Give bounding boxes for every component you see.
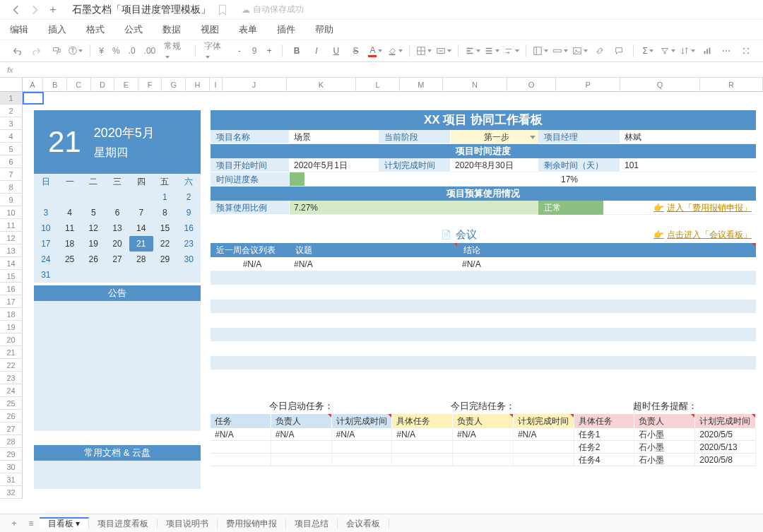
task-row[interactable]: 任务4石小墨2020/5/8 (211, 454, 756, 466)
valign-button[interactable] (484, 42, 501, 59)
col-N[interactable]: N (443, 78, 507, 91)
calendar-day[interactable] (34, 189, 58, 205)
col-Q[interactable]: Q (620, 78, 700, 91)
task-cell[interactable] (332, 454, 393, 466)
task-cell[interactable]: 2020/5/8 (695, 454, 756, 466)
strike-button[interactable]: S (348, 42, 365, 59)
calendar-day[interactable]: 19 (81, 236, 105, 252)
borders-button[interactable] (415, 42, 432, 59)
calendar-day[interactable]: 14 (129, 220, 153, 236)
merge-button[interactable] (435, 42, 452, 59)
font-dropdown[interactable]: 字体 (201, 40, 230, 62)
task-row[interactable]: 任务2石小墨2020/5/13 (211, 441, 756, 454)
number-format-dropdown[interactable]: 常规 (161, 40, 189, 62)
nav-forward-button[interactable] (28, 4, 41, 16)
col-D[interactable]: D (91, 78, 115, 91)
underline-button[interactable]: U (328, 42, 345, 59)
wrap-button[interactable] (503, 42, 520, 59)
calendar-day[interactable]: 28 (129, 252, 153, 267)
task-cell[interactable]: 任务2 (574, 441, 635, 453)
row-11[interactable]: 11 (0, 219, 23, 232)
row-3[interactable]: 3 (0, 117, 23, 130)
task-cell[interactable] (514, 454, 574, 466)
task-cell[interactable] (514, 441, 574, 453)
calendar-day[interactable]: 27 (105, 252, 129, 267)
task-cell[interactable]: 2020/5/13 (695, 441, 756, 453)
col-L[interactable]: L (356, 78, 399, 91)
row-1[interactable]: 1 (0, 92, 23, 105)
menu-3[interactable]: 公式 (124, 23, 143, 36)
calendar-day[interactable]: 8 (153, 205, 177, 220)
value-remain[interactable]: 101 (620, 158, 756, 172)
row-16[interactable]: 16 (0, 283, 23, 295)
meeting-cell-0[interactable]: #N/A (211, 257, 290, 271)
row-7[interactable]: 7 (0, 168, 23, 181)
task-cell[interactable]: #N/A (514, 428, 574, 440)
calendar-day[interactable] (81, 267, 105, 283)
calendar-day[interactable]: 20 (105, 236, 129, 252)
calendar-day[interactable]: 13 (105, 220, 129, 236)
row-18[interactable]: 18 (0, 308, 23, 321)
task-cell[interactable]: #N/A (332, 428, 393, 440)
col-M[interactable]: M (400, 78, 443, 91)
value-pm[interactable]: 林斌 (620, 130, 756, 144)
paint-format-button[interactable] (48, 42, 65, 59)
task-cell[interactable] (211, 454, 271, 466)
row-5[interactable]: 5 (0, 143, 23, 155)
image-button[interactable] (572, 42, 588, 59)
row-19[interactable]: 19 (0, 321, 23, 333)
task-cell[interactable]: #N/A (211, 428, 271, 440)
sheet-tab-5[interactable]: 会议看板 (338, 519, 389, 528)
text-color-button[interactable]: A (367, 42, 384, 59)
task-cell[interactable]: 2020/5/5 (695, 428, 756, 440)
col-B[interactable]: B (43, 78, 67, 91)
task-cell[interactable] (271, 454, 332, 466)
calendar-day[interactable]: 24 (34, 252, 58, 267)
row-4[interactable]: 4 (0, 130, 23, 143)
value-current-phase[interactable]: 第一步 (451, 130, 538, 144)
calendar-day[interactable] (129, 267, 153, 283)
row-10[interactable]: 10 (0, 206, 23, 219)
nav-back-button[interactable] (10, 4, 23, 16)
calendar-day[interactable]: 18 (58, 236, 82, 252)
row-23[interactable]: 23 (0, 372, 23, 384)
add-sheet-button[interactable]: + (6, 516, 23, 531)
column-headers[interactable]: ABCDEFGHIJKLMNOPQR (0, 78, 763, 92)
row-13[interactable]: 13 (0, 244, 23, 257)
value-start[interactable]: 2020年5月1日 (290, 158, 379, 172)
task-cell[interactable]: 石小墨 (634, 428, 695, 440)
comment-button[interactable] (610, 42, 627, 59)
calendar-day[interactable]: 29 (153, 252, 177, 267)
menu-6[interactable]: 表单 (239, 23, 257, 36)
task-cell[interactable]: #N/A (453, 428, 514, 440)
task-cell[interactable] (392, 454, 453, 466)
calendar-day[interactable]: 25 (58, 252, 82, 267)
calendar-day[interactable] (129, 189, 153, 205)
calendar-day[interactable]: 5 (81, 205, 105, 220)
row-28[interactable]: 28 (0, 435, 23, 448)
link-expense[interactable]: 👉进入「费用报销申报」 (603, 201, 756, 215)
menu-5[interactable]: 视图 (201, 23, 219, 36)
undo-button[interactable] (8, 42, 25, 59)
halign-button[interactable] (464, 42, 481, 59)
calendar-day[interactable]: 11 (58, 220, 82, 236)
task-cell[interactable]: #N/A (392, 428, 453, 440)
grid-body[interactable]: 21 2020年5月 星期四 日一二三四五六 12345678910111213… (23, 92, 763, 514)
calendar-day[interactable] (58, 189, 82, 205)
calendar-day[interactable] (81, 189, 105, 205)
sheet-tab-4[interactable]: 项目总结 (286, 519, 338, 528)
menu-1[interactable]: 插入 (48, 23, 66, 36)
col-A[interactable]: A (23, 78, 44, 91)
task-row[interactable]: #N/A#N/A#N/A#N/A#N/A#N/A任务1石小墨2020/5/5 (211, 428, 756, 441)
more-button[interactable]: ⋯ (718, 42, 735, 59)
value-budget-ratio[interactable]: 7.27% (290, 201, 538, 215)
row-15[interactable]: 15 (0, 270, 23, 283)
calendar-day[interactable]: 3 (34, 205, 58, 220)
row-30[interactable]: 30 (0, 461, 23, 473)
expand-button[interactable] (738, 42, 755, 59)
bold-button[interactable]: B (288, 42, 305, 59)
calendar-day[interactable]: 15 (153, 220, 177, 236)
calendar-day[interactable]: 10 (34, 220, 58, 236)
row-6[interactable]: 6 (0, 155, 23, 168)
col-I[interactable]: I (210, 78, 223, 91)
